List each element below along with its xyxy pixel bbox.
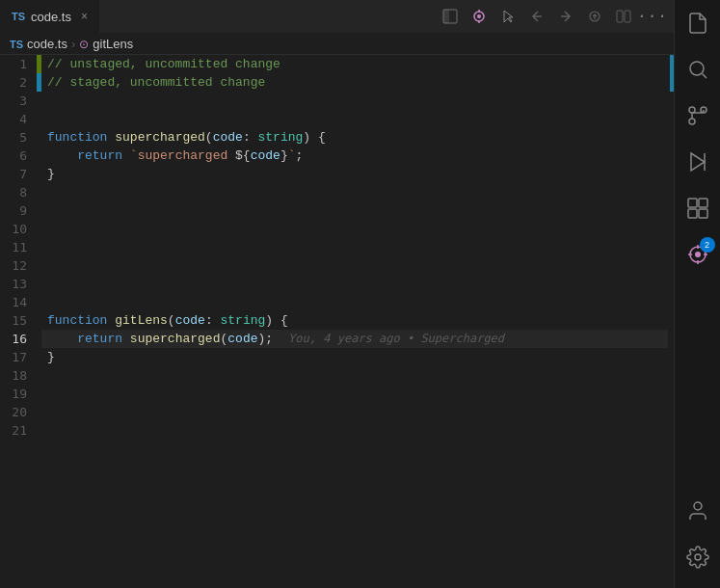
line-row: 19 <box>0 385 668 403</box>
activity-icon-extensions[interactable] <box>675 185 721 231</box>
svg-rect-10 <box>617 11 623 22</box>
code-line <box>41 366 668 385</box>
line-number: 4 <box>0 110 37 128</box>
right-gutter <box>668 55 674 588</box>
close-tab-icon[interactable]: × <box>81 10 88 23</box>
cursor-icon[interactable] <box>494 3 521 30</box>
activity-icon-gitlens[interactable]: 2 <box>675 231 721 278</box>
svg-marker-18 <box>691 153 705 171</box>
activity-icon-files[interactable] <box>675 0 721 46</box>
code-line: function supercharged(code: string) { <box>41 128 668 147</box>
code-line: // unstaged, uncommitted change <box>41 55 668 73</box>
breadcrumb-function[interactable]: gitLens <box>93 37 133 51</box>
line-row: 21 <box>0 421 668 440</box>
editor-tab[interactable]: TS code.ts × <box>0 0 100 34</box>
code-line <box>41 385 668 403</box>
line-number: 18 <box>0 366 37 385</box>
navigate-forward-icon[interactable] <box>552 3 579 30</box>
line-row: 11 <box>0 238 668 256</box>
breadcrumb-filename[interactable]: code.ts <box>27 37 67 51</box>
line-row: 15function gitLens(code: string) { <box>0 311 668 330</box>
line-row: 14 <box>0 293 668 311</box>
line-row: 3 <box>0 92 668 110</box>
activity-icon-git[interactable] <box>675 93 721 139</box>
line-number: 13 <box>0 275 37 293</box>
more-actions-icon[interactable]: ··· <box>639 3 666 30</box>
line-row: 20 <box>0 403 668 421</box>
split-editor-icon[interactable] <box>610 3 637 30</box>
breadcrumb-lang: TS <box>10 39 23 50</box>
svg-point-30 <box>694 502 702 510</box>
code-line: return `supercharged ${code}`; <box>41 147 668 165</box>
activity-bar-top: 2 <box>675 0 721 488</box>
code-line <box>41 110 668 128</box>
line-number: 14 <box>0 293 37 311</box>
line-row: 1// unstaged, uncommitted change <box>0 55 668 73</box>
code-line <box>41 238 668 256</box>
activity-icon-search[interactable] <box>675 46 721 93</box>
code-line <box>41 256 668 275</box>
line-row: 12 <box>0 256 668 275</box>
code-line <box>41 220 668 238</box>
svg-point-15 <box>689 119 695 124</box>
open-changes-icon[interactable] <box>581 3 608 30</box>
line-number: 17 <box>0 348 37 366</box>
code-editor[interactable]: 1// unstaged, uncommitted change2// stag… <box>0 55 674 588</box>
line-row: 4 <box>0 110 668 128</box>
line-row: 13 <box>0 275 668 293</box>
git-scroll-marker <box>670 55 674 92</box>
line-number: 6 <box>0 147 37 165</box>
svg-point-25 <box>695 252 701 257</box>
svg-rect-11 <box>625 11 630 22</box>
gitlens-icon[interactable] <box>466 3 493 30</box>
tab-filename: code.ts <box>31 10 71 24</box>
line-number: 12 <box>0 256 37 275</box>
line-row: 17} <box>0 348 668 366</box>
code-line: return supercharged(code);You, 4 years a… <box>41 330 668 348</box>
svg-point-14 <box>689 107 695 113</box>
svg-rect-21 <box>699 199 707 207</box>
line-number: 3 <box>0 92 37 110</box>
activity-icon-run[interactable] <box>675 139 721 185</box>
code-line: } <box>41 165 668 183</box>
line-number: 9 <box>0 201 37 220</box>
line-number: 1 <box>0 55 37 73</box>
breadcrumb-func-icon: ⊙ <box>79 38 89 51</box>
line-row: 2// staged, uncommitted change <box>0 73 668 92</box>
activity-bar: 2 <box>674 0 720 588</box>
svg-point-31 <box>695 554 701 560</box>
code-line <box>41 183 668 201</box>
svg-rect-1 <box>443 10 449 23</box>
svg-rect-20 <box>688 199 697 207</box>
tab-bar: TS code.ts × <box>0 0 674 34</box>
line-number: 20 <box>0 403 37 421</box>
line-row: 9 <box>0 201 668 220</box>
line-row: 10 <box>0 220 668 238</box>
activity-bar-bottom <box>675 488 721 580</box>
line-number: 2 <box>0 73 37 92</box>
activity-icon-account[interactable] <box>675 488 721 534</box>
svg-rect-23 <box>699 209 707 218</box>
breadcrumb: TS code.ts › ⊙ gitLens <box>0 34 674 55</box>
line-number: 11 <box>0 238 37 256</box>
tab-actions: ··· <box>437 3 674 30</box>
line-number: 19 <box>0 385 37 403</box>
code-line <box>41 201 668 220</box>
activity-icon-settings[interactable] <box>675 534 721 580</box>
toggle-panel-icon[interactable] <box>437 3 464 30</box>
code-line: function gitLens(code: string) { <box>41 311 668 330</box>
gitlens-badge: 2 <box>700 237 715 253</box>
line-number: 21 <box>0 421 37 440</box>
git-blame-text: You, 4 years ago • Supercharged <box>288 332 504 345</box>
navigate-back-icon[interactable] <box>523 3 550 30</box>
code-line <box>41 92 668 110</box>
code-line <box>41 421 668 440</box>
svg-rect-22 <box>688 209 697 218</box>
line-number: 15 <box>0 311 37 330</box>
line-row: 6 return `supercharged ${code}`; <box>0 147 668 165</box>
code-line <box>41 403 668 421</box>
svg-line-13 <box>702 74 706 78</box>
editor-area: TS code.ts × <box>0 0 674 588</box>
line-number: 7 <box>0 165 37 183</box>
breadcrumb-separator: › <box>71 37 75 51</box>
